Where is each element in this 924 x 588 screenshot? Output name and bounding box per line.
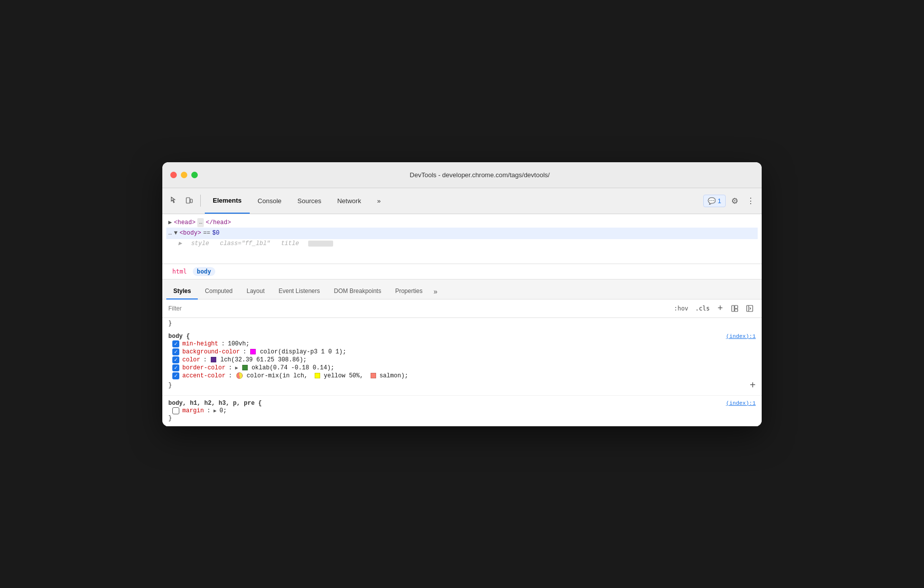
css-checkbox-bg-color[interactable] (172, 348, 179, 355)
css-checkbox-accent-color[interactable] (172, 372, 179, 379)
color-swatch[interactable] (211, 357, 216, 362)
css-selector-body: body { (168, 333, 190, 340)
tab-sources[interactable]: Sources (290, 188, 330, 214)
border-color-swatch[interactable] (242, 365, 248, 370)
add-rule-icon[interactable]: + (750, 380, 756, 391)
minimize-button[interactable] (181, 172, 187, 178)
separator-1 (200, 195, 201, 207)
svg-rect-5 (747, 305, 753, 311)
css-prop-value-accent-color-3[interactable]: salmon); (380, 372, 409, 379)
margin-expand[interactable]: ▶ (213, 408, 216, 414)
hov-button[interactable]: :hov (672, 304, 690, 313)
css-rules-panel: } body { (index):1 min-height : 100vh; (162, 318, 762, 426)
window-title: DevTools - developer.chrome.com/tags/dev… (206, 171, 754, 179)
tab-styles[interactable]: Styles (166, 284, 198, 299)
elements-panel: ▶ <head> … </head> … ▼ <body> == $0 ▶ st… (162, 214, 762, 264)
breadcrumb-html[interactable]: html (168, 267, 191, 276)
css-prop-name-min-height: min-height (182, 340, 218, 347)
style-paint-icon[interactable] (729, 302, 741, 314)
svg-rect-0 (186, 198, 190, 203)
css-prop-name-margin: margin (182, 407, 204, 414)
add-style-button[interactable]: + (715, 303, 726, 314)
breadcrumb-bar: html body (162, 264, 762, 280)
settings-icon[interactable]: ⚙ (728, 194, 742, 208)
head-ellipsis[interactable]: … (197, 218, 204, 227)
css-prop-value-min-height[interactable]: 100vh; (228, 340, 249, 347)
css-source-body[interactable]: (index):1 (726, 333, 756, 339)
css-selector-body-headings: body, h1, h2, h3, p, pre { (168, 400, 262, 407)
rule1-close-brace: } (168, 382, 172, 389)
css-checkbox-margin[interactable] (172, 407, 179, 414)
issues-count: 1 (718, 197, 721, 205)
tab-elements[interactable]: Elements (205, 188, 250, 214)
border-color-expand[interactable]: ▶ (235, 365, 238, 371)
head-line: ▶ <head> … </head> (168, 218, 756, 228)
css-prop-value-bg-color[interactable]: color(display-p3 1 0 1); (260, 348, 346, 355)
head-open-tag: <head> (174, 218, 195, 228)
issues-badge[interactable]: 💬 1 (703, 195, 726, 207)
filter-input[interactable] (168, 305, 668, 312)
svg-rect-4 (735, 309, 738, 311)
breadcrumb-body[interactable]: body (193, 267, 215, 276)
cls-button[interactable]: .cls (693, 304, 712, 313)
close-button[interactable] (170, 172, 177, 178)
css-source-body-headings[interactable]: (index):1 (726, 400, 756, 406)
rule2-close-brace: } (168, 415, 172, 422)
svg-rect-1 (190, 199, 192, 203)
filter-actions: :hov .cls + (672, 302, 756, 314)
tab-computed[interactable]: Computed (198, 284, 239, 299)
tab-console[interactable]: Console (250, 188, 290, 214)
accent-color-mixed-swatch[interactable] (236, 372, 243, 379)
css-checkbox-border-color[interactable] (172, 364, 179, 371)
css-prop-name-accent-color: accent-color (182, 372, 225, 379)
bg-color-swatch[interactable] (250, 349, 256, 354)
accent-color-yellow-swatch[interactable] (315, 373, 320, 378)
body-line[interactable]: … ▼ <body> == $0 (166, 228, 758, 239)
head-close-tag: </head> (206, 218, 231, 228)
head-expand-arrow[interactable]: ▶ (168, 218, 172, 228)
title-bar: DevTools - developer.chrome.com/tags/dev… (162, 162, 762, 188)
css-prop-value-color[interactable]: lch(32.39 61.25 308.86); (220, 356, 307, 363)
css-prop-bg-color: background-color : color(display-p3 1 0 … (168, 348, 756, 356)
styles-tabs: Styles Computed Layout Event Listeners D… (162, 280, 762, 299)
toolbar-right: 💬 1 ⚙ ⋮ (703, 194, 758, 208)
tab-event-listeners[interactable]: Event Listeners (272, 284, 327, 299)
devtools-window: DevTools - developer.chrome.com/tags/dev… (162, 162, 762, 426)
inspect-icon[interactable] (166, 194, 180, 208)
css-prop-name-border-color: border-color (182, 364, 225, 371)
tab-more[interactable]: » (369, 188, 389, 214)
tab-dom-breakpoints[interactable]: DOM Breakpoints (327, 284, 388, 299)
tab-styles-more[interactable]: » (430, 284, 442, 299)
sidebar-toggle-icon[interactable] (744, 302, 756, 314)
css-prop-color: color : lch(32.39 61.25 308.86); (168, 356, 756, 364)
more-options-icon[interactable]: ⋮ (744, 194, 758, 208)
css-prop-name-color: color (182, 356, 200, 363)
issues-icon: 💬 (708, 197, 716, 205)
body-dollar-zero: $0 (212, 229, 219, 238)
rule1-footer: } + (168, 380, 756, 391)
css-prop-value-accent-color-2[interactable]: yellow 50%, (324, 372, 367, 379)
blurred-content: ▶ (178, 239, 182, 249)
css-checkbox-color[interactable] (172, 356, 179, 363)
tab-network[interactable]: Network (329, 188, 369, 214)
css-rule-body-header: body { (index):1 (168, 333, 756, 340)
css-prop-min-height: min-height : 100vh; (168, 340, 756, 348)
tab-properties[interactable]: Properties (388, 284, 430, 299)
body-expand-arrow[interactable]: ▼ (174, 229, 177, 238)
css-checkbox-min-height[interactable] (172, 340, 179, 347)
devtools-toolbar: Elements Console Sources Network » 💬 1 ⚙… (162, 188, 762, 214)
css-prop-value-border-color[interactable]: oklab(0.74 -0.18 0.14); (252, 364, 335, 371)
css-prop-value-accent-color-1[interactable]: color-mix(in lch, (247, 372, 312, 379)
device-icon[interactable] (182, 194, 196, 208)
accent-color-salmon-swatch[interactable] (371, 373, 376, 378)
body-open-tag: <body> (179, 229, 201, 238)
css-rule-body: body { (index):1 min-height : 100vh; bac… (162, 329, 762, 396)
main-tabs: Elements Console Sources Network » (205, 188, 701, 214)
svg-rect-3 (735, 305, 738, 308)
css-prop-margin: margin : ▶ 0; (168, 407, 756, 415)
css-prop-value-margin[interactable]: 0; (219, 407, 226, 414)
filter-bar: :hov .cls + (162, 299, 762, 318)
maximize-button[interactable] (191, 172, 198, 178)
css-prop-accent-color: accent-color : color-mix(in lch, yellow … (168, 372, 756, 380)
tab-layout[interactable]: Layout (240, 284, 272, 299)
